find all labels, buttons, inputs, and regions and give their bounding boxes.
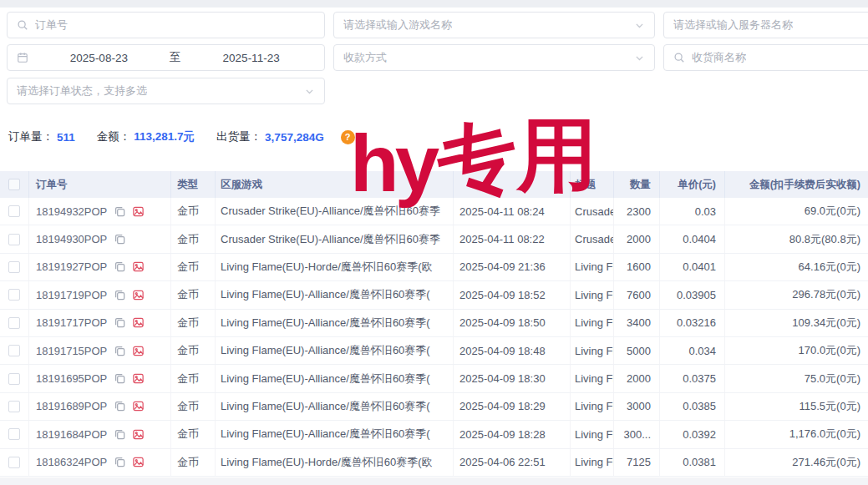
copy-icon[interactable] [114,233,126,245]
image-icon[interactable] [132,316,145,329]
order-type: 金币 [171,254,216,280]
order-time: 2025-04-06 22:51 [454,449,571,476]
date-start-value[interactable]: 2025-08-23 [35,52,163,64]
copy-icon[interactable] [114,260,126,273]
table-row[interactable]: 18191715POP 金币 Living Flame(EU)-Alliance… [0,337,868,365]
table-body: 18194932POP 金币 Crusader Strike(EU)-Allia… [0,198,868,477]
row-order-id-cell: 18191684POP [29,421,171,447]
header-quantity: 数量 [614,171,660,198]
amount: 109.34元(0元) [725,310,868,336]
amount: 271.46元(0元) [725,449,868,476]
row-checkbox-cell [0,449,29,476]
order-number-input[interactable]: 订单号 [7,12,325,38]
order-type: 金币 [171,449,216,476]
game-server: Living Flame(EU)-Alliance/魔兽怀旧60赛季( [216,393,454,420]
row-checkbox[interactable] [8,401,20,412]
unit-price: 0.0401 [660,254,725,280]
unit-price: 0.0392 [660,421,725,447]
game-server: Living Flame(EU)-Alliance/魔兽怀旧60赛季( [216,421,454,447]
game-server: Living Flame(EU)-Horde/魔兽怀旧60赛季(欧 [216,254,454,280]
order-id: 18191927POP [36,260,107,273]
row-order-id-cell: 18191695POP [29,365,171,392]
server-input[interactable]: 请选择或输入服务器名称 [663,12,868,38]
header-amount: 金额(扣手续费后实收额) [725,171,868,198]
image-icon[interactable] [132,205,145,218]
copy-icon[interactable] [114,400,126,412]
shipment-value: 3,757,284G [265,131,324,144]
table-row[interactable]: 18191695POP 金币 Living Flame(EU)-Alliance… [0,365,868,392]
row-checkbox-cell [0,421,29,447]
order-type: 金币 [171,365,216,392]
vendor-name-input[interactable]: 收货商名称 [663,44,868,71]
quantity: 7600 [614,281,660,308]
table-row[interactable]: 18191684POP 金币 Living Flame(EU)-Alliance… [0,421,868,448]
help-icon[interactable]: ? [341,130,355,144]
game-server: Living Flame(EU)-Horde/魔兽怀旧60赛季(欧 [216,449,454,476]
orders-table: 订单号 类型 区服游戏 标题 数量 单价(元) 金额(扣手续费后实收额) 181… [0,171,868,477]
row-checkbox[interactable] [8,317,20,329]
chevron-down-icon [304,86,315,97]
copy-icon[interactable] [114,316,126,329]
row-checkbox[interactable] [8,261,20,273]
table-row[interactable]: 18194930POP 金币 Crusader Strike(EU)-Allia… [0,225,868,253]
table-row[interactable]: 18191927POP 金币 Living Flame(EU)-Horde/魔兽… [0,254,868,281]
header-type: 类型 [171,171,216,198]
row-checkbox[interactable] [8,345,20,356]
select-all-checkbox[interactable] [8,179,20,190]
order-id: 18191695POP [36,372,107,385]
image-icon[interactable] [132,400,145,412]
copy-icon[interactable] [114,205,126,218]
amount: 75.0元(0元) [725,365,868,392]
payment-method-select[interactable]: 收款方式 [333,44,655,71]
row-checkbox[interactable] [8,373,20,385]
copy-icon[interactable] [114,428,126,441]
order-id: 18194930POP [36,233,107,245]
row-checkbox[interactable] [8,457,20,468]
copy-icon[interactable] [114,456,126,468]
row-checkbox-cell [0,225,29,252]
copy-icon[interactable] [114,372,126,385]
row-checkbox-cell [0,310,29,336]
header-order-id: 订单号 [29,171,171,198]
amount: 64.16元(0元) [725,254,868,280]
row-checkbox[interactable] [8,234,20,245]
table-row[interactable]: 18191689POP 金币 Living Flame(EU)-Alliance… [0,393,868,421]
header-game-server: 区服游戏 [216,171,454,198]
order-number-placeholder: 订单号 [35,18,68,33]
quantity: 300... [614,421,660,447]
date-range-picker[interactable]: 2025-08-23 至 2025-11-23 [7,44,325,71]
amount: 1,176.0元(0元) [725,421,868,447]
copy-icon[interactable] [114,345,126,357]
order-time: 2025-04-09 18:28 [454,421,571,447]
image-icon[interactable] [132,372,145,385]
row-checkbox[interactable] [8,428,20,440]
date-end-value[interactable]: 2025-11-23 [187,52,315,64]
quantity: 7125 [614,449,660,476]
unit-price: 0.03905 [660,281,725,308]
table-row[interactable]: 18186324POP 金币 Living Flame(EU)-Horde/魔兽… [0,449,868,477]
image-icon[interactable] [132,456,145,468]
row-checkbox[interactable] [8,289,20,301]
copy-icon[interactable] [114,289,126,301]
row-order-id-cell: 18186324POP [29,449,171,476]
order-type: 金币 [171,310,216,336]
search-icon [17,19,28,31]
chevron-down-icon [634,20,645,31]
order-status-select[interactable]: 请选择订单状态，支持多选 [7,78,325,104]
row-checkbox-cell [0,198,29,225]
row-checkbox-cell [0,365,29,392]
order-time: 2025-04-11 08:24 [454,198,571,225]
row-checkbox-cell [0,281,29,308]
image-icon[interactable] [132,260,145,273]
table-row[interactable]: 18194932POP 金币 Crusader Strike(EU)-Allia… [0,198,868,225]
header-order-time [454,171,571,198]
image-icon[interactable] [132,289,145,301]
row-checkbox[interactable] [8,205,20,217]
game-select[interactable]: 请选择或输入游戏名称 [333,12,655,38]
table-row[interactable]: 18191717POP 金币 Living Flame(EU)-Alliance… [0,310,868,337]
amount: 69.0元(0元) [725,198,868,225]
table-row[interactable]: 18191719POP 金币 Living Flame(EU)-Alliance… [0,281,868,309]
image-icon[interactable] [132,345,145,357]
row-order-id-cell: 18194932POP [29,198,171,225]
image-icon[interactable] [132,428,145,441]
